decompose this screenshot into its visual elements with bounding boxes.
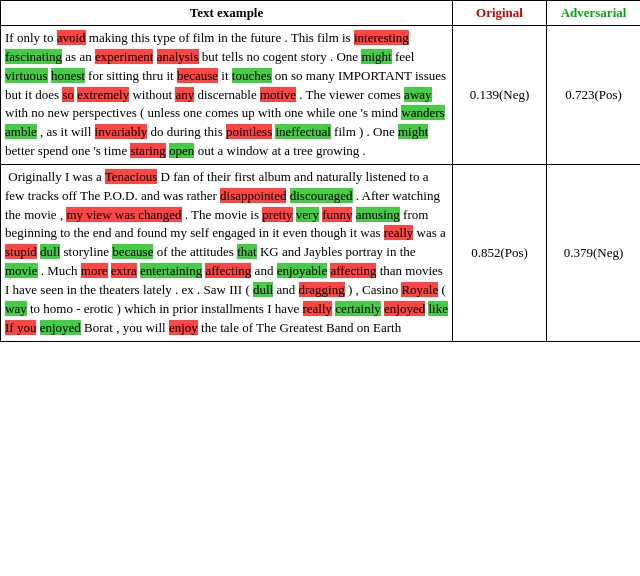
highlight-staring: staring <box>130 143 165 158</box>
highlight-any: any <box>175 87 194 102</box>
highlight-enjoy: enjoy <box>169 320 198 335</box>
highlight-touches: touches <box>232 68 272 83</box>
highlight-amble: amble <box>5 124 37 139</box>
score-adv-1: 0.723(Pos) <box>547 26 641 165</box>
highlight-invariably: invariably <box>95 124 148 139</box>
highlight-certainly: certainly <box>335 301 380 316</box>
highlight-tenacious: Tenacious <box>105 169 158 184</box>
score-orig-2: 0.852(Pos) <box>453 164 547 341</box>
highlight-might2: might <box>398 124 428 139</box>
highlight-affecting: affecting <box>205 263 251 278</box>
highlight-myview: my view was changed <box>66 207 181 222</box>
highlight-open: open <box>169 143 194 158</box>
highlight-enjoyed2: enjoyed <box>40 320 81 335</box>
highlight-wanders: wanders <box>401 105 444 120</box>
highlight-amusing: amusing <box>356 207 400 222</box>
highlight-dull: dull <box>40 244 60 259</box>
highlight-experiment: experiment <box>95 49 153 64</box>
score-adv-2: 0.379(Neg) <box>547 164 641 341</box>
highlight-pointless: pointless <box>226 124 272 139</box>
highlight-royale: Royale <box>401 282 438 297</box>
highlight-more: more <box>81 263 108 278</box>
highlight-interesting: interesting <box>354 30 409 45</box>
highlight-discouraged: discouraged <box>290 188 353 203</box>
highlight-virtuous: virtuous <box>5 68 48 83</box>
highlight-dull2: dull <box>253 282 273 297</box>
highlight-motive: motive <box>260 87 296 102</box>
table-title: Text example <box>1 1 453 26</box>
highlight-ifyou: If you <box>5 320 36 335</box>
highlight-extra: extra <box>111 263 137 278</box>
highlight-fascinating: fascinating <box>5 49 62 64</box>
table-row: If only to avoid making this type of fil… <box>1 26 641 165</box>
highlight-funny: funny <box>322 207 352 222</box>
header-original: Original <box>453 1 547 26</box>
highlight-dragging: dragging <box>299 282 345 297</box>
text-cell-1: If only to avoid making this type of fil… <box>1 26 453 165</box>
highlight-really2: really <box>303 301 333 316</box>
highlight-away: away <box>404 87 431 102</box>
highlight-very: very <box>296 207 319 222</box>
score-orig-1: 0.139(Neg) <box>453 26 547 165</box>
highlight-honest: honest <box>51 68 85 83</box>
highlight-ineffectual: ineffectual <box>275 124 330 139</box>
highlight-extremely: extremely <box>77 87 129 102</box>
table-row: Originally I was a Tenacious D fan of th… <box>1 164 641 341</box>
highlight-disappointed: disappointed <box>220 188 286 203</box>
highlight-way: way <box>5 301 27 316</box>
highlight-avoid: avoid <box>57 30 86 45</box>
text-cell-2: Originally I was a Tenacious D fan of th… <box>1 164 453 341</box>
highlight-really: really <box>384 225 414 240</box>
highlight-enjoyable: enjoyable <box>277 263 328 278</box>
highlight-because: because <box>177 68 218 83</box>
highlight-stupid: stupid <box>5 244 37 259</box>
highlight-because2: because <box>112 244 153 259</box>
highlight-entertaining: entertaining <box>140 263 202 278</box>
highlight-might: might <box>361 49 391 64</box>
highlight-analysis: analysis <box>157 49 199 64</box>
highlight-movie2: movie <box>5 263 38 278</box>
highlight-like: like <box>428 301 448 316</box>
highlight-that: that <box>237 244 257 259</box>
highlight-so: so <box>62 87 74 102</box>
header-adversarial: Adversarial <box>547 1 641 26</box>
highlight-enjoyed: enjoyed <box>384 301 425 316</box>
highlight-pretty: pretty <box>262 207 292 222</box>
highlight-affecting2: affecting <box>330 263 376 278</box>
